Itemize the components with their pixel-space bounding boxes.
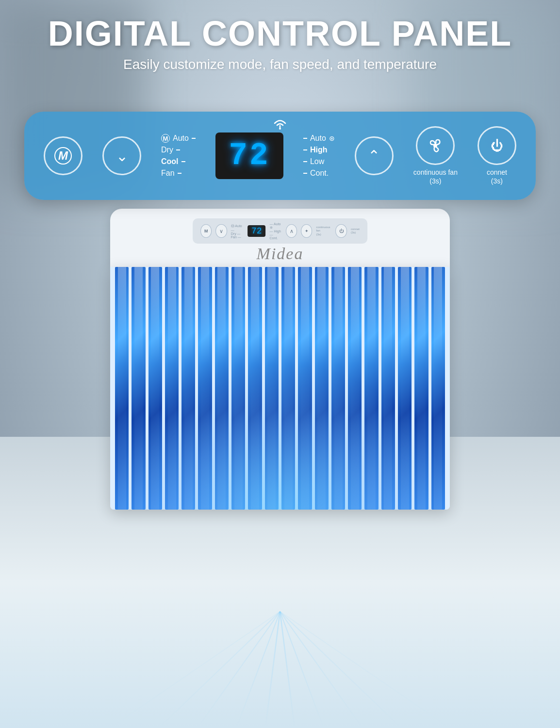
fan-button[interactable]: [416, 126, 455, 165]
brand-name: Midea: [257, 245, 304, 263]
mini-connect-label: connet(3s): [351, 228, 360, 234]
mode-fan-label: Fan: [161, 169, 175, 178]
up-button[interactable]: ⌃: [355, 136, 394, 175]
mini-mode-btn: M: [200, 224, 212, 238]
wifi-icon: [273, 119, 287, 132]
speed-labels: Auto ⊛ High Low Cont.: [303, 134, 335, 178]
chevron-up-icon: ⌃: [368, 149, 380, 163]
ac-unit: M ∨ Ⓜ Auto — Dry — Fan — 72 — Auto ⊛ — H…: [110, 209, 450, 510]
speed-auto-fan-icon: ⊛: [329, 134, 335, 142]
ac-top-controls: M ∨ Ⓜ Auto — Dry — Fan — 72 — Auto ⊛ — H…: [193, 218, 367, 244]
airflow-svg: [62, 607, 498, 728]
chevron-down-icon: ⌄: [116, 148, 128, 165]
ac-top-panel: M ∨ Ⓜ Auto — Dry — Fan — 72 — Auto ⊛ — H…: [110, 209, 450, 267]
svg-point-0: [279, 128, 281, 130]
connect-button[interactable]: ⏻: [478, 126, 516, 165]
ac-grille-body: [110, 267, 450, 510]
speed-auto-label: Auto: [310, 134, 326, 143]
page-subtitle: Easily customize mode, fan speed, and te…: [0, 57, 560, 72]
mini-fan-btn: ✦: [301, 224, 312, 238]
mode-auto-row: M Auto: [161, 134, 196, 143]
mode-cool-row: Cool: [161, 157, 185, 166]
power-icon: ⏻: [491, 138, 503, 153]
mode-icon: M: [54, 147, 72, 165]
speed-high-label: High: [310, 146, 328, 154]
mini-mode-labels: Ⓜ Auto — Dry — Fan —: [231, 224, 244, 239]
mode-dry-label: Dry: [161, 146, 173, 154]
speed-cont-dot: [303, 173, 307, 174]
mini-fan-label: continuous fan(3s): [316, 226, 332, 236]
floor-airflow: [62, 607, 498, 728]
mode-labels: M Auto Dry Cool Fan: [161, 134, 196, 178]
mode-auto-label: Auto: [173, 134, 189, 143]
mini-up-btn: ∧: [286, 224, 297, 238]
speed-high-row: High: [303, 146, 328, 154]
temperature-display: 72: [215, 132, 283, 179]
mode-button-group: M: [44, 136, 82, 175]
air-glow-effect: [110, 364, 450, 510]
speed-low-label: Low: [310, 157, 324, 166]
speed-cont-row: Cont.: [303, 169, 329, 178]
fan-button-label: continuous fan (3s): [413, 168, 458, 185]
speed-high-dot: [303, 149, 307, 150]
mode-auto-dot: [192, 138, 196, 139]
connect-button-label: connet (3s): [487, 168, 507, 185]
mini-speed-labels: — Auto ⊛ — High — Cont.: [270, 222, 282, 240]
control-panel: M ⌄ M Auto Dry: [24, 112, 536, 200]
mode-cool-label: Cool: [161, 157, 179, 166]
speed-auto-row: Auto ⊛: [303, 134, 335, 143]
mode-m-icon: M: [161, 134, 170, 143]
mode-fan-row: Fan: [161, 169, 181, 178]
speed-auto-dot: [303, 138, 307, 139]
fan-button-group: continuous fan (3s): [413, 126, 458, 185]
fan-icon: [427, 137, 444, 154]
down-button-group: ⌄: [102, 136, 141, 175]
mini-power-btn: ⏻: [336, 224, 347, 238]
mode-dry-dot: [176, 149, 180, 150]
mode-cool-dot: [181, 161, 185, 162]
mode-dry-row: Dry: [161, 146, 180, 154]
mode-button[interactable]: M: [44, 136, 82, 175]
down-button[interactable]: ⌄: [102, 136, 141, 175]
header: DIGITAL CONTROL PANEL Easily customize m…: [0, 15, 560, 72]
mini-down-btn: ∨: [215, 224, 227, 238]
connect-button-group: ⏻ connet (3s): [478, 126, 516, 185]
speed-cont-label: Cont.: [310, 169, 329, 178]
page-title: DIGITAL CONTROL PANEL: [0, 15, 560, 53]
mini-display: 72: [247, 225, 266, 237]
speed-low-row: Low: [303, 157, 324, 166]
speed-low-dot: [303, 161, 307, 162]
up-button-group: ⌃: [355, 136, 394, 175]
mode-fan-dot: [178, 173, 181, 174]
